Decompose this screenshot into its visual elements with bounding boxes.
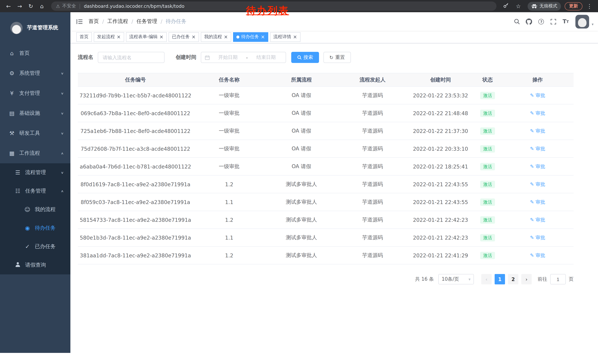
tab-process-form-edit[interactable]: 流程表单-编辑 × <box>126 32 167 42</box>
approve-link[interactable]: ✎审批 <box>530 252 545 259</box>
cell-task-id: 381aa1dd-7ac8-11ec-a9e2-a2380e71991a <box>78 246 193 264</box>
pencil-icon: ✎ <box>530 164 534 169</box>
font-size-icon[interactable]: TT <box>561 17 571 26</box>
tab-home[interactable]: 首页 <box>76 32 92 42</box>
next-page-button[interactable]: › <box>521 274 532 284</box>
approve-link[interactable]: ✎审批 <box>530 110 545 116</box>
chevron-down-icon: ∨ <box>61 72 64 75</box>
cell-task-id: 580e1b3d-7ac8-11ec-a9e2-a2380e71991a <box>78 229 193 246</box>
password-key-icon[interactable] <box>500 3 511 10</box>
col-task-id: 任务编号 <box>78 73 193 87</box>
page-button-1[interactable]: 1 <box>495 274 505 284</box>
goto-page-input[interactable] <box>550 274 566 284</box>
back-icon[interactable]: ← <box>3 3 14 9</box>
table-row: 58154733-7ac8-11ec-a9e2-a2380e71991a 1.2… <box>78 211 573 229</box>
gear-icon: ⚙ <box>8 70 16 77</box>
tab-start-process[interactable]: 发起流程 × <box>94 32 124 42</box>
help-icon[interactable]: ? <box>537 17 546 26</box>
close-icon[interactable]: × <box>261 34 265 39</box>
cell-status: 激活 <box>473 158 502 175</box>
breadcrumb-separator: / <box>161 18 162 24</box>
security-label[interactable]: 不安全 <box>62 3 76 9</box>
sidebar-item-home[interactable]: ⌂ 首页 <box>0 43 70 63</box>
search-icon[interactable] <box>512 17 522 26</box>
breadcrumb-home[interactable]: 首页 <box>89 18 99 25</box>
cell-status: 激活 <box>473 175 502 193</box>
url-text[interactable]: dashboard.yudao.iocoder.cn/bpm/task/todo <box>84 3 184 9</box>
sidebar-item-workflow[interactable]: ▦ 工作流程 ∧ <box>0 143 70 163</box>
bookmark-star-icon[interactable]: ☆ <box>513 3 524 9</box>
breadcrumb-workflow[interactable]: 工作流程 <box>107 18 128 25</box>
close-icon[interactable]: × <box>191 34 196 39</box>
table-row: 8f059c03-7ac8-11ec-a9e2-a2380e71991a 1.1… <box>78 193 573 211</box>
sidebar-item-system-management[interactable]: ⚙ 系统管理 ∨ <box>0 63 70 83</box>
close-icon[interactable]: × <box>224 34 228 39</box>
approve-link[interactable]: ✎审批 <box>530 92 545 99</box>
pencil-icon: ✎ <box>530 146 534 152</box>
approve-link[interactable]: ✎审批 <box>530 234 545 241</box>
sidebar-item-task-management[interactable]: ☷ 任务管理 ∧ <box>0 182 70 200</box>
breadcrumb: 首页 / 工作流程 / 任务管理 / 待办任务 <box>89 18 186 25</box>
cell-action: ✎审批 <box>502 104 573 122</box>
prev-page-button[interactable]: ‹ <box>481 274 492 284</box>
search-button[interactable]: 搜索 <box>291 52 319 63</box>
home-icon[interactable]: ⌂ <box>36 3 47 9</box>
reload-icon[interactable]: ↻ <box>25 3 36 9</box>
close-icon[interactable]: × <box>117 34 121 39</box>
fullscreen-icon[interactable] <box>549 17 558 26</box>
cell-created-time: 2022-01-22 21:37:30 <box>407 122 473 140</box>
navbar: 首页 / 工作流程 / 任务管理 / 待办任务 ? <box>70 12 598 31</box>
page-button-2[interactable]: 2 <box>508 274 518 284</box>
tab-done-tasks[interactable]: 已办任务 × <box>169 32 199 42</box>
sidebar-item-my-process[interactable]: ☺ 我的流程 <box>0 200 70 219</box>
date-range-picker[interactable]: 开始日期 - 结束日期 <box>201 52 286 63</box>
sidebar-logo-row[interactable]: 芋道管理系统 <box>0 12 70 43</box>
reset-button[interactable]: ↻ 重置 <box>324 52 351 63</box>
status-badge: 激活 <box>480 92 495 99</box>
app: 芋道管理系统 ⌂ 首页 ⚙ 系统管理 ∨ ¥ 支付管理 ∨ ▤ 基础设施 ∨ <box>0 12 598 364</box>
breadcrumb-task-management[interactable]: 任务管理 <box>137 18 157 25</box>
approve-link[interactable]: ✎审批 <box>530 199 545 205</box>
tab-process-detail[interactable]: 流程详情 × <box>270 32 300 42</box>
sidebar-item-label: 工作流程 <box>19 150 40 157</box>
sidebar-item-todo-tasks[interactable]: ◉ 待办任务 <box>0 219 70 237</box>
github-icon[interactable] <box>524 17 534 26</box>
sidebar-item-infrastructure[interactable]: ▤ 基础设施 ∨ <box>0 103 70 123</box>
tab-my-process[interactable]: 我的流程 × <box>201 32 231 42</box>
approve-link[interactable]: ✎审批 <box>530 181 545 187</box>
pencil-icon: ✎ <box>530 110 534 116</box>
task-table-body: 73211d9d-7b9b-11ec-b5b7-acde48001122 一级审… <box>78 87 573 264</box>
sidebar-item-dev-tools[interactable]: ⚒ 研发工具 ∨ <box>0 123 70 143</box>
tab-todo-tasks[interactable]: 待办任务 × <box>233 32 268 42</box>
sidebar-item-process-management[interactable]: ☰ 流程管理 ∨ <box>0 163 70 182</box>
forward-icon[interactable]: → <box>14 3 25 9</box>
cell-status: 激活 <box>473 246 502 264</box>
page-size-select[interactable]: 10条/页 ▾ <box>438 274 474 284</box>
sidebar-toggle-icon[interactable] <box>70 19 89 24</box>
avatar[interactable] <box>575 15 589 28</box>
main-area: 首页 / 工作流程 / 任务管理 / 待办任务 ? <box>70 12 598 284</box>
avatar-caret-icon[interactable]: ▾ <box>592 22 594 28</box>
approve-link[interactable]: ✎审批 <box>530 128 545 134</box>
incognito-icon <box>531 4 537 8</box>
cell-action: ✎审批 <box>502 140 573 158</box>
cell-starter: 芋道源码 <box>338 87 407 104</box>
close-icon[interactable]: × <box>293 34 297 39</box>
sidebar-item-payment-management[interactable]: ¥ 支付管理 ∨ <box>0 83 70 103</box>
process-name-input[interactable] <box>98 52 165 63</box>
approve-link[interactable]: ✎审批 <box>530 163 545 170</box>
cell-task-name: 一级审批 <box>193 158 265 175</box>
status-badge: 激活 <box>480 252 495 259</box>
browser-toolbar: ← → ↻ ⌂ ⚠ 不安全 dashboard.yudao.iocoder.cn… <box>0 0 598 12</box>
sidebar-item-done-tasks[interactable]: ✓ 已办任务 <box>0 237 70 256</box>
browser-menu-icon[interactable]: ⋮ <box>584 3 595 9</box>
page-unit-label: 页 <box>569 276 573 283</box>
approve-link[interactable]: ✎审批 <box>530 145 545 152</box>
update-button[interactable]: 更新 <box>565 2 582 10</box>
close-icon[interactable]: × <box>159 34 164 39</box>
approve-link[interactable]: ✎审批 <box>530 217 545 223</box>
col-created-time: 创建时间 <box>407 73 473 87</box>
sidebar-item-label: 请假查询 <box>25 262 46 268</box>
sidebar-item-leave-query[interactable]: 请假查询 <box>0 256 70 274</box>
cell-action: ✎审批 <box>502 246 573 264</box>
